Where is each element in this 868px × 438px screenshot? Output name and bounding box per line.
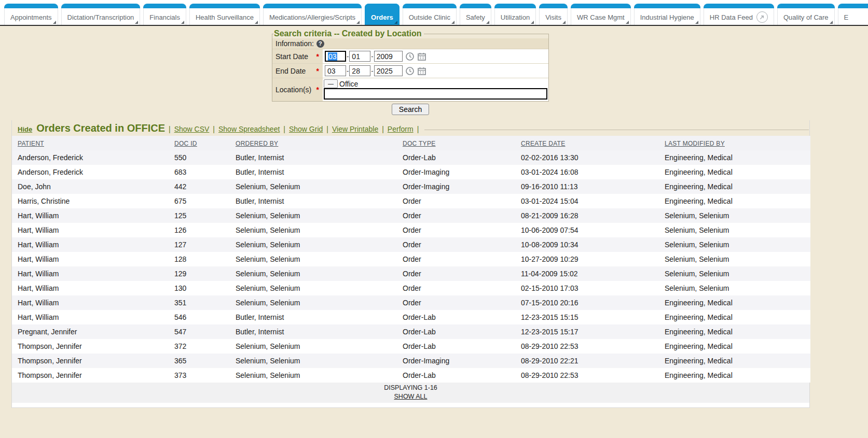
- end-date-year-input[interactable]: 2025: [374, 65, 403, 76]
- page-content: Search criteria -- Created by Location I…: [11, 26, 810, 408]
- sort-patient-link[interactable]: PATIENT: [18, 140, 44, 147]
- doc-id-cell: 546: [174, 310, 236, 324]
- last-modified-by-cell: Engineering, Medical: [665, 310, 810, 324]
- tab[interactable]: Health Surveillance: [189, 4, 260, 25]
- clock-icon[interactable]: [405, 66, 415, 76]
- location-search-input[interactable]: [324, 88, 547, 100]
- separator: [417, 125, 419, 133]
- tab[interactable]: Quality of Care: [777, 4, 835, 25]
- calendar-icon[interactable]: [417, 52, 426, 61]
- end-date-day-input[interactable]: 28: [349, 65, 370, 76]
- order-row[interactable]: Hart, William 125 Selenium, Selenium Ord…: [12, 208, 810, 223]
- sort-doc-type-link[interactable]: DOC TYPE: [403, 140, 436, 147]
- doc-id-cell: 373: [174, 368, 236, 383]
- create-date-cell: 08-29-2010 22:53: [521, 339, 665, 354]
- order-row[interactable]: Hart, William 128 Selenium, Selenium Ord…: [12, 252, 810, 266]
- tab[interactable]: Industrial Hygiene: [634, 4, 700, 25]
- tab-label: Safety: [466, 13, 485, 21]
- patient-cell: Hart, William: [12, 281, 174, 295]
- action-link[interactable]: Perform: [388, 125, 414, 133]
- end-date-month-input[interactable]: 03: [325, 65, 346, 76]
- order-row[interactable]: Hart, William 126 Selenium, Selenium Ord…: [12, 223, 810, 237]
- patient-cell: Harris, Christine: [12, 194, 174, 208]
- tab[interactable]: Utilization: [494, 4, 536, 25]
- results-actions: Show CSVShow SpreadsheetShow GridView Pr…: [165, 124, 414, 134]
- order-row[interactable]: Hart, William 127 Selenium, Selenium Ord…: [12, 237, 810, 252]
- order-row[interactable]: Thompson, Jennifer 372 Selenium, Seleniu…: [12, 339, 810, 354]
- action-link[interactable]: Show Grid: [289, 125, 323, 133]
- patient-cell: Thompson, Jennifer: [12, 339, 174, 354]
- order-row[interactable]: Hart, William 546 Butler, Internist Orde…: [12, 310, 810, 324]
- create-date-cell: 07-15-2010 20:16: [521, 295, 665, 310]
- patient-cell: Hart, William: [12, 208, 174, 223]
- last-modified-by-cell: Selenium, Selenium: [665, 252, 810, 266]
- results-header: Hide Orders Created in OFFICE Show CSVSh…: [12, 120, 809, 136]
- sort-doc-id-link[interactable]: DOC ID: [174, 140, 197, 147]
- create-date-cell: 12-23-2015 15:15: [521, 310, 665, 324]
- tab[interactable]: HR Data Feed: [704, 4, 774, 25]
- order-row[interactable]: Thompson, Jennifer 373 Selenium, Seleniu…: [12, 368, 810, 383]
- selected-location: — Office: [324, 79, 547, 88]
- sort-last-modified-by-link[interactable]: LAST MODIFIED BY: [665, 140, 725, 147]
- start-date-day-input[interactable]: 01: [349, 51, 370, 62]
- tab-label: Industrial Hygiene: [640, 13, 694, 21]
- patient-cell: Hart, William: [12, 295, 174, 310]
- order-row[interactable]: Hart, William 351 Selenium, Selenium Ord…: [12, 295, 810, 310]
- remove-location-button[interactable]: —: [324, 79, 338, 88]
- doc-type-cell: Order-Lab: [403, 150, 521, 165]
- start-date-year-input[interactable]: 2009: [374, 51, 403, 62]
- order-row[interactable]: Anderson, Frederick 550 Butler, Internis…: [12, 150, 810, 165]
- ordered-by-cell: Selenium, Selenium: [236, 354, 403, 368]
- ordered-by-cell: Butler, Internist: [236, 194, 403, 208]
- doc-id-cell: 442: [174, 179, 236, 194]
- order-row[interactable]: Anderson, Frederick 683 Butler, Internis…: [12, 165, 810, 179]
- required-asterisk: *: [316, 52, 319, 61]
- ordered-by-cell: Butler, Internist: [236, 165, 403, 179]
- action-link[interactable]: Show CSV: [174, 125, 210, 133]
- tab[interactable]: Orders: [365, 4, 399, 25]
- start-date-month-input[interactable]: 03: [325, 51, 346, 62]
- order-row[interactable]: Hart, William 129 Selenium, Selenium Ord…: [12, 266, 810, 281]
- ordered-by-cell: Selenium, Selenium: [236, 281, 403, 295]
- doc-id-cell: 127: [174, 237, 236, 252]
- tab[interactable]: Medications/Allergies/Scripts: [263, 4, 362, 25]
- hide-link[interactable]: Hide: [18, 125, 32, 133]
- show-all-link[interactable]: SHOW ALL: [394, 393, 428, 400]
- doc-type-cell: Order-Imaging: [403, 354, 521, 368]
- action-link[interactable]: View Printable: [332, 125, 378, 133]
- header-rule: [424, 130, 809, 130]
- create-date-cell: 08-29-2010 22:53: [521, 368, 665, 383]
- ordered-by-cell: Butler, Internist: [236, 324, 403, 339]
- tab-label: E: [844, 13, 849, 21]
- tab[interactable]: Dictation/Transcription: [61, 4, 141, 25]
- tab[interactable]: WR Case Mgmt: [571, 4, 631, 25]
- tab[interactable]: Safety: [460, 4, 491, 25]
- tab[interactable]: Appointments: [4, 4, 58, 25]
- tab[interactable]: Financials: [143, 4, 186, 25]
- tab[interactable]: Visits: [539, 4, 568, 25]
- action-link[interactable]: Show Spreadsheet: [218, 125, 280, 133]
- tab[interactable]: Outside Clinic: [403, 4, 457, 25]
- clock-icon[interactable]: [405, 52, 415, 61]
- sort-create-date-link[interactable]: CREATE DATE: [521, 140, 566, 147]
- create-date-cell: 10-27-2009 10:29: [521, 252, 665, 266]
- order-row[interactable]: Harris, Christine 675 Butler, Internist …: [12, 194, 810, 208]
- order-row[interactable]: Pregnant, Jennifer 547 Butler, Internist…: [12, 324, 810, 339]
- required-asterisk: *: [316, 67, 319, 75]
- create-date-cell: 02-02-2016 13:30: [521, 150, 665, 165]
- order-row[interactable]: Hart, William 130 Selenium, Selenium Ord…: [12, 281, 810, 295]
- tab[interactable]: E: [838, 4, 868, 25]
- doc-type-cell: Order: [403, 266, 521, 281]
- column-header-patient: PATIENT: [12, 136, 174, 150]
- doc-id-cell: 683: [174, 165, 236, 179]
- search-button[interactable]: Search: [392, 104, 429, 115]
- patient-cell: Doe, John: [12, 179, 174, 194]
- order-row[interactable]: Thompson, Jennifer 365 Selenium, Seleniu…: [12, 354, 810, 368]
- create-date-cell: 09-16-2010 11:13: [521, 179, 665, 194]
- calendar-icon[interactable]: [417, 66, 426, 76]
- help-icon[interactable]: ?: [316, 40, 324, 48]
- patient-cell: Hart, William: [12, 237, 174, 252]
- sort-ordered-by-link[interactable]: ORDERED BY: [236, 140, 278, 147]
- order-row[interactable]: Doe, John 442 Selenium, Selenium Order-I…: [12, 179, 810, 194]
- tab-label: Outside Clinic: [409, 13, 450, 21]
